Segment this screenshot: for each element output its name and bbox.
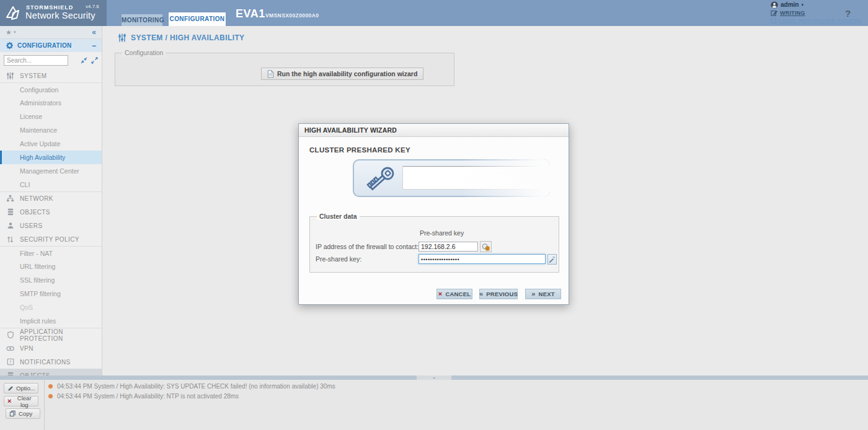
ip-address-input[interactable] [418, 242, 478, 252]
cancel-x-icon: × [438, 291, 443, 297]
version-label: v4.7.6 [86, 4, 99, 9]
tab-monitoring[interactable]: MONITORING [122, 14, 162, 26]
sidebar-item-qos[interactable]: QoS [0, 301, 102, 314]
database-icon [6, 208, 15, 216]
sidebar-menu: SYSTEM Configuration Administrators Lice… [0, 69, 102, 375]
next-button[interactable]: » NEXT [525, 289, 561, 299]
sidebar-item-management-center[interactable]: Management Center [0, 164, 102, 178]
sidebar-item-implicit-rules[interactable]: Implicit rules [0, 314, 102, 328]
write-mode-icon [771, 9, 777, 16]
log-status-dot [48, 384, 53, 388]
configuration-legend: Configuration [122, 49, 166, 56]
sidebar-section-vpn[interactable]: VPN [0, 341, 102, 355]
key-input-illustration [402, 166, 546, 190]
logs-access-label: LOGS: RESTRICTED ACCESS [779, 18, 861, 24]
sidebar-item-license[interactable]: License [0, 110, 102, 123]
cluster-data-legend: Cluster data [317, 213, 360, 220]
network-icon [6, 195, 15, 203]
header-user-area: admin ▾ WRITING LOGS: RESTRICTED ACCESS [771, 1, 868, 25]
device-serial: VMSNSX00Z0000A0 [265, 12, 319, 19]
stormshield-logo-icon [5, 5, 22, 21]
shield-icon [6, 331, 15, 339]
copy-icon [9, 410, 16, 417]
cancel-button[interactable]: × CANCEL [436, 289, 472, 299]
sidebar-collapse-button[interactable]: « [92, 28, 96, 37]
ha-wizard-dialog: HIGH AVAILABILITY WIZARD CLUSTER PRESHAR… [298, 123, 569, 305]
log-status-dot [48, 394, 53, 398]
dialog-title-bar[interactable]: HIGH AVAILABILITY WIZARD [299, 124, 569, 137]
wizard-step-title: CLUSTER PRESHARED KEY [309, 146, 410, 154]
run-wizard-button[interactable]: Run the high availability configuration … [261, 68, 423, 80]
collapse-tree-button[interactable]: − [92, 42, 96, 50]
tree-tools [81, 57, 98, 64]
favorites-bar: ★ ▾ « [0, 26, 102, 39]
sidebar: ★ ▾ « CONFIGURATION − [0, 26, 102, 375]
sidebar-section-network[interactable]: NETWORK [0, 191, 102, 205]
writing-mode-link[interactable]: WRITING [771, 9, 868, 17]
sidebar-item-active-update[interactable]: Active Update [0, 137, 102, 151]
ip-address-label: IP address of the firewall to contact: [316, 243, 418, 250]
help-button[interactable]: ? [845, 8, 851, 19]
favorites-star-icon[interactable]: ★ [6, 29, 12, 37]
page-title: SYSTEM / HIGH AVAILABILITY [118, 33, 245, 42]
splitter-handle[interactable]: ⌄ [417, 375, 451, 380]
favorites-caret-icon[interactable]: ▾ [14, 30, 16, 35]
generate-key-wand-button[interactable] [547, 254, 557, 265]
sidebar-item-filter-nat[interactable]: Filter - NAT [0, 246, 102, 260]
user-icon [6, 222, 15, 229]
log-entry[interactable]: 04:53:44 PM System / High Availability: … [48, 391, 239, 401]
user-avatar-icon [771, 1, 778, 9]
pencil-icon [7, 385, 14, 392]
user-menu[interactable]: admin ▾ [771, 1, 868, 9]
user-caret-icon: ▾ [801, 2, 804, 7]
sliders-icon [6, 72, 15, 80]
key-icon [364, 163, 397, 196]
sidebar-section-security-policy[interactable]: SECURITY POLICY [0, 232, 102, 246]
tab-configuration[interactable]: CONFIGURATION [169, 12, 226, 26]
log-divider [44, 380, 45, 430]
brand-name-top: STORMSHIELD [26, 4, 73, 11]
log-panel: Optio... × Clear log Copy 04:53:44 PM Sy… [0, 380, 868, 430]
preshared-key-label: Pre-shared key: [316, 255, 361, 263]
search-input[interactable] [4, 55, 68, 66]
firewall-object-picker-button[interactable] [480, 241, 492, 252]
sidebar-search-bar [0, 52, 102, 69]
app-root: STORMSHIELD v4.7.6 Network Security MONI… [0, 0, 868, 430]
sidebar-section-application-protection[interactable]: APPLICATION PROTECTION [0, 328, 102, 341]
sidebar-item-configuration[interactable]: Configuration [0, 82, 102, 96]
sidebar-section-users[interactable]: USERS [0, 219, 102, 232]
sidebar-section-objects-bottom[interactable]: OBJECTS [0, 369, 102, 375]
user-name: admin [781, 1, 799, 8]
sidebar-item-administrators[interactable]: Administrators [0, 96, 102, 110]
sidebar-item-maintenance[interactable]: Maintenance [0, 123, 102, 137]
log-entry[interactable]: 04:53:44 PM System / High Availability: … [48, 381, 335, 391]
clear-log-button[interactable]: × Clear log [4, 396, 38, 406]
collapse-all-icon[interactable] [81, 57, 87, 64]
expand-all-icon[interactable] [91, 57, 98, 64]
sidebar-item-url-filtering[interactable]: URL filtering [0, 260, 102, 273]
checkbox-icon [771, 18, 776, 24]
notifications-icon [6, 358, 15, 366]
log-options-button[interactable]: Optio... [4, 383, 38, 393]
document-icon [267, 70, 274, 78]
log-panel-splitter[interactable]: ⌄ [0, 375, 868, 380]
top-header: STORMSHIELD v4.7.6 Network Security MONI… [0, 0, 868, 26]
sidebar-section-objects[interactable]: OBJECTS [0, 205, 102, 219]
preshared-key-column-header: Pre-shared key [420, 229, 464, 237]
previous-button[interactable]: « PREVIOUS [479, 289, 518, 299]
writing-label: WRITING [780, 10, 805, 16]
sidebar-item-high-availability[interactable]: High Availability [0, 151, 102, 164]
sidebar-config-header[interactable]: CONFIGURATION − [0, 39, 102, 52]
sidebar-section-notifications[interactable]: NOTIFICATIONS [0, 355, 102, 369]
copy-log-button[interactable]: Copy [6, 408, 40, 419]
preshared-key-input[interactable] [418, 254, 546, 264]
sidebar-item-smtp-filtering[interactable]: SMTP filtering [0, 287, 102, 301]
security-policy-icon [6, 235, 15, 244]
sidebar-item-cli[interactable]: CLI [0, 178, 102, 191]
brand-name-bottom: Network Security [25, 11, 95, 20]
previous-chevrons-icon: « [479, 291, 483, 297]
logs-access-link[interactable]: LOGS: RESTRICTED ACCESS [771, 17, 868, 25]
sidebar-section-system[interactable]: SYSTEM [0, 69, 102, 82]
next-chevrons-icon: » [531, 291, 535, 297]
sidebar-item-ssl-filtering[interactable]: SSL filtering [0, 273, 102, 287]
